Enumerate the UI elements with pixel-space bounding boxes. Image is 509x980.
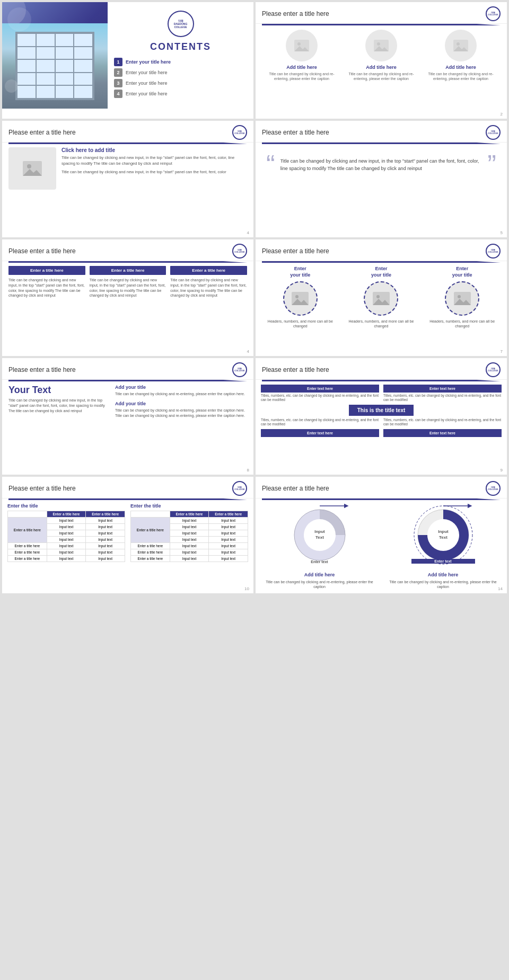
slide-6-ctitle1: Enteryour title bbox=[290, 266, 310, 278]
svg-point-19 bbox=[458, 295, 461, 298]
svg-point-1 bbox=[297, 42, 301, 46]
slide-9-t1-s2: Enter a title here bbox=[8, 543, 47, 549]
slide-9-t1-r1c1: Input text bbox=[47, 518, 86, 524]
slide-5-col3: Enter a title here Title can be changed … bbox=[170, 266, 247, 298]
slide-5-text3: Title can be changed by clicking and new… bbox=[170, 278, 247, 298]
table-row: Enter a title hereInput textInput text bbox=[8, 518, 125, 524]
slide-2-title: Please enter a title here bbox=[262, 10, 329, 17]
slide-9-t2-th1: Enter a title here bbox=[170, 511, 209, 518]
img-placeholder-3 bbox=[445, 30, 477, 61]
svg-point-10 bbox=[27, 164, 31, 168]
cover-left-panel bbox=[2, 2, 108, 109]
slide-6-col2: Enteryour title Headers, numbers, and mo… bbox=[345, 266, 417, 329]
contents-item-4[interactable]: 4 Enter your title here bbox=[114, 90, 247, 98]
slide-9-t1-r4c2: Input text bbox=[86, 537, 125, 543]
slide-7-add-desc2: Title can be changed by clicking and re-… bbox=[115, 408, 247, 418]
slide-9: Please enter a title here 대동COLLEGE Ente… bbox=[2, 477, 253, 593]
slide-5-text2: Title can be changed by clicking and new… bbox=[90, 278, 166, 298]
slide-3-para1: Title can be changed by clicking and new… bbox=[62, 155, 247, 166]
table-row: Enter a title hereInput textInput text bbox=[8, 543, 125, 549]
contents-item-1[interactable]: 1 Enter your title here bbox=[114, 58, 247, 66]
slide-8-bot-btn1[interactable]: Enter text here bbox=[261, 429, 379, 437]
slide-6-page: 7 bbox=[501, 349, 503, 354]
slide-3-para2: Title can be changed by clicking and new… bbox=[62, 170, 247, 175]
slide-9-divider bbox=[8, 498, 247, 500]
contents-label-1: Enter your title here bbox=[126, 59, 171, 65]
slide-6-logo: 대동COLLEGE bbox=[486, 244, 501, 259]
svg-text:Text: Text bbox=[315, 535, 324, 540]
slide-5-btn3[interactable]: Enter a title here bbox=[170, 266, 247, 275]
contents-num-4: 4 bbox=[114, 90, 122, 98]
slide-8-bot-btn2[interactable]: Enter text here bbox=[383, 429, 502, 437]
slide-7-big-text: Your Text bbox=[8, 385, 109, 396]
table-row: Enter a title hereInput textInput text bbox=[131, 543, 248, 549]
contents-label-3: Enter your title here bbox=[126, 81, 168, 86]
slide-2: Please enter a title here 대동COLLEGE Add … bbox=[256, 2, 507, 119]
slide-9-t1-r3c1: Input text bbox=[47, 530, 86, 537]
slide-9-table2: Enter the title Enter a title here Enter… bbox=[130, 503, 248, 562]
slide-5-btn2[interactable]: Enter a title here bbox=[90, 266, 166, 275]
icon-title-1: Add title here bbox=[286, 65, 317, 70]
svg-text:Input: Input bbox=[438, 529, 449, 534]
slide-6-col1: Enteryour title Headers, numbers, and mo… bbox=[264, 266, 337, 329]
slide-9-table1-title: Enter the title bbox=[7, 503, 125, 509]
slide-1-cover: 대동DAEDONGCOLLEGE CONTENTS 1 Enter your t… bbox=[2, 2, 253, 119]
table-row: Enter a title hereInput textInput text bbox=[131, 549, 248, 556]
slide-10-pie1-desc: Title can be changed by clicking and re-… bbox=[262, 580, 377, 589]
slide-10-pie2-side: Enter text bbox=[411, 559, 475, 564]
contents-num-2: 2 bbox=[114, 68, 122, 77]
slide-8-top-btn1[interactable]: Enter text here bbox=[261, 385, 379, 393]
slide-3-click-title[interactable]: Click here to add title bbox=[62, 147, 247, 153]
contents-label-4: Enter your title here bbox=[126, 91, 168, 96]
slide-8-body: Enter text here Titles, numbers, etc. ca… bbox=[256, 385, 507, 441]
slide-4-page: 5 bbox=[501, 230, 503, 235]
slide-9-t2-side1: Enter a title here bbox=[131, 518, 170, 543]
slide-10-pie1-svg: Input Text bbox=[288, 503, 352, 567]
slide-3-text: Click here to add title Title can be cha… bbox=[62, 147, 247, 190]
contents-num-1: 1 bbox=[114, 58, 122, 66]
slide-9-header-title: Please enter a title here bbox=[8, 485, 76, 492]
slide-4-body: “ Title can be changed by clicking and n… bbox=[256, 147, 507, 182]
slide-5-btn1[interactable]: Enter a title here bbox=[8, 266, 85, 275]
slide-7-header: Please enter a title here 대동COLLEGE bbox=[2, 358, 253, 380]
slide-5-logo: 대동COLLEGE bbox=[232, 244, 247, 259]
slide-7-add-title1: Add your title bbox=[115, 385, 247, 390]
slide-8-bot-row: Titles, numbers, etc. can be changed by … bbox=[261, 418, 502, 427]
svg-point-16 bbox=[376, 295, 380, 298]
slide-9-t1-s4: Enter a title here bbox=[8, 556, 47, 562]
slide-5-page: 4 bbox=[247, 349, 249, 354]
slide-8: Please enter a title here 대동COLLEGE Ente… bbox=[256, 358, 507, 475]
slide-7-header-title: Please enter a title here bbox=[8, 366, 76, 373]
slide-6-cdesc3: Headers, numbers, and more can all be ch… bbox=[426, 319, 498, 328]
slide-3-image bbox=[8, 147, 56, 190]
slide-9-t1-r2c1: Input text bbox=[47, 524, 86, 530]
slide-7-body: Your Text Title can be changed by clicki… bbox=[2, 385, 253, 426]
slide-9-t1-r2c2: Input text bbox=[86, 524, 125, 530]
slide-4-header: Please enter a title here 대동COLLEGE bbox=[256, 121, 507, 142]
slide-7-logo: 대동COLLEGE bbox=[232, 362, 247, 377]
slide-2-body: Add title here Title can be changed by c… bbox=[256, 30, 507, 90]
table-row: Enter a title hereInput textInput text bbox=[131, 556, 248, 562]
slide-9-t1-s3: Enter a title here bbox=[8, 549, 47, 556]
slide-9-t1-th1: Enter a title here bbox=[47, 511, 86, 518]
contents-item-2[interactable]: 2 Enter your title here bbox=[114, 68, 247, 77]
slide-6-cimg2 bbox=[364, 281, 398, 316]
slide-10-pie2-title: Add title here bbox=[428, 572, 459, 577]
slide-5-header-title: Please enter a title here bbox=[8, 247, 76, 255]
svg-point-13 bbox=[295, 295, 299, 298]
slide-3-title: Please enter a title here bbox=[8, 129, 76, 136]
quote-text: Title can be changed by clicking and new… bbox=[280, 157, 482, 173]
slide-9-body: Enter the title Enter a title here Enter… bbox=[2, 503, 253, 566]
slide-9-table2-title: Enter the title bbox=[130, 503, 248, 509]
slide-8-top-desc1: Titles, numbers, etc. can be changed by … bbox=[261, 394, 379, 403]
contents-item-3[interactable]: 3 Enter your title here bbox=[114, 79, 247, 87]
svg-text:Text: Text bbox=[439, 535, 447, 540]
slide-8-header-title: Please enter a title here bbox=[262, 366, 329, 373]
icon-title-3: Add title here bbox=[445, 65, 476, 70]
slide-6-header-title: Please enter a title here bbox=[262, 247, 329, 255]
slide-6-body: Enteryour title Headers, numbers, and mo… bbox=[256, 266, 507, 333]
slides-grid: 대동DAEDONGCOLLEGE CONTENTS 1 Enter your t… bbox=[0, 0, 509, 595]
slide-8-top-btn2[interactable]: Enter text here bbox=[383, 385, 502, 393]
slide-8-page: 9 bbox=[501, 468, 503, 473]
slide-9-t1-th2: Enter a title here bbox=[86, 511, 125, 518]
